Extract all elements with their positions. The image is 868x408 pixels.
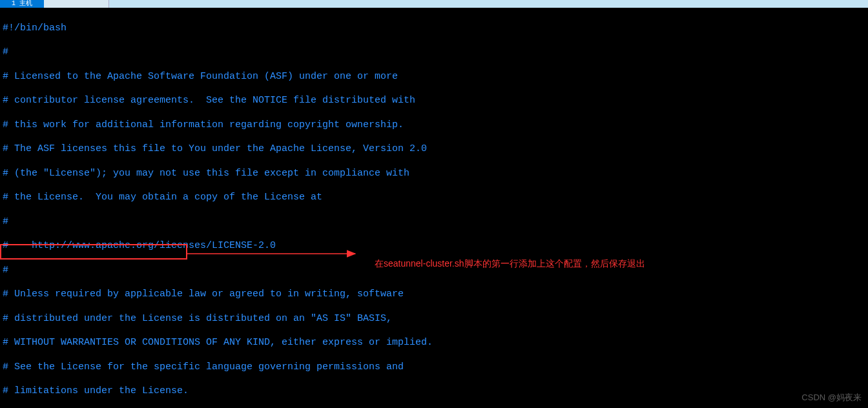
code-line: # See the License for the specific langu… [3, 362, 865, 374]
code-line: # distributed under the License is distr… [3, 313, 865, 325]
code-line: # [3, 46, 865, 59]
code-line: #!/bin/bash [3, 23, 865, 35]
code-line: # contributor license agreements. See th… [3, 95, 865, 107]
code-line: # http://www.apache.org/licenses/LICENSE… [3, 240, 865, 252]
code-line: # Licensed to the Apache Software Founda… [3, 71, 865, 83]
title-bar: 1 主机 [0, 0, 868, 8]
code-line: # WITHOUT WARRANTIES OR CONDITIONS OF AN… [3, 337, 865, 349]
annotation-text: 在seatunnel-cluster.sh脚本的第一行添加上这个配置，然后保存退… [375, 258, 645, 270]
tab-inactive[interactable] [44, 0, 109, 8]
code-line: # The ASF licenses this file to You unde… [3, 143, 865, 156]
code-editor[interactable]: #!/bin/bash # # Licensed to the Apache S… [0, 8, 868, 408]
tab-active[interactable]: 1 主机 [0, 0, 44, 8]
code-line: # limitations under the License. [3, 385, 865, 398]
code-line: # [3, 216, 865, 229]
code-line: # this work for additional information r… [3, 119, 865, 132]
code-line: # the License. You may obtain a copy of … [3, 192, 865, 204]
watermark: CSDN @妈夜来 [801, 393, 862, 403]
code-line: # (the "License"); you may not use this … [3, 168, 865, 180]
code-line: # Unless required by applicable law or a… [3, 289, 865, 301]
